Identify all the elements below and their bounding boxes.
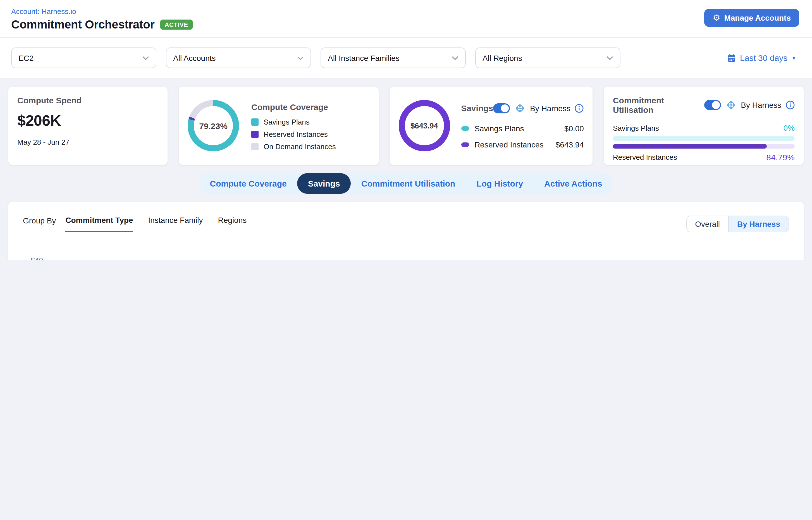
teal-swatch-icon <box>251 118 259 125</box>
manage-accounts-label: Manage Accounts <box>724 14 791 22</box>
purple-swatch-icon <box>251 130 259 138</box>
regions-filter-select[interactable]: All Regions <box>475 48 621 68</box>
view-toggle-overall[interactable]: Overall <box>687 216 728 232</box>
savings-donut-chart: $643.94 <box>398 100 450 151</box>
caret-down-icon: ▼ <box>791 55 796 60</box>
reserved-utilisation-fill <box>613 144 767 149</box>
view-toggle: Overall By Harness <box>686 215 789 232</box>
compute-spend-title: Compute Spend <box>17 96 159 105</box>
compute-spend-value: $206K <box>17 112 159 130</box>
reserved-instances-utilisation-bar <box>613 144 795 149</box>
instance-families-filter-select[interactable]: All Instance Families <box>320 48 466 68</box>
main-tab-bar: Compute Coverage Savings Commitment Util… <box>199 173 613 194</box>
page-title: Commitment Orchestrator <box>11 18 155 31</box>
date-range-value: Last 30 days <box>740 53 787 62</box>
chevron-down-icon <box>606 56 613 60</box>
savings-plans-utilisation-percent: 0% <box>784 124 795 132</box>
harness-logo-icon <box>514 103 525 114</box>
accounts-filter-value: All Accounts <box>173 53 216 62</box>
utilisation-by-harness-toggle[interactable] <box>704 100 721 110</box>
harness-logo-icon <box>725 99 736 111</box>
chevron-down-icon <box>452 56 459 60</box>
tab-log-history[interactable]: Log History <box>466 173 533 194</box>
toggle-knob <box>712 101 719 109</box>
group-tab-instance-family[interactable]: Instance Family <box>148 215 203 232</box>
tab-compute-coverage[interactable]: Compute Coverage <box>199 173 297 194</box>
savings-card: $643.94 Savings <box>389 86 593 165</box>
info-icon[interactable] <box>575 104 584 112</box>
account-breadcrumb-link[interactable]: Account: Harness.io <box>11 7 76 16</box>
manage-accounts-button[interactable]: ⚙ Manage Accounts <box>705 9 799 27</box>
gray-swatch-icon <box>251 143 259 150</box>
reserved-instances-label: Reserved Instances <box>613 153 677 161</box>
group-by-label: Group By <box>23 215 56 225</box>
reserved-instances-amount: $643.94 <box>556 140 584 149</box>
service-filter-value: EC2 <box>19 53 33 62</box>
group-tab-regions[interactable]: Regions <box>218 215 247 232</box>
purple-pill-icon <box>461 142 469 147</box>
compute-coverage-title: Compute Coverage <box>251 102 336 111</box>
legend-item-on-demand: On Demand Instances <box>251 142 336 151</box>
tab-active-actions[interactable]: Active Actions <box>533 173 613 194</box>
by-harness-label: By Harness <box>530 104 571 112</box>
tab-savings[interactable]: Savings <box>297 173 351 194</box>
status-badge: ACTIVE <box>160 20 193 30</box>
date-range-picker[interactable]: Last 30 days ▼ <box>727 53 798 62</box>
legend-item-reserved-instances: Reserved Instances <box>251 130 336 138</box>
content-area: Compute Spend $206K May 28 - Jun 27 79.2… <box>0 78 812 260</box>
page-header: Account: Harness.io Commitment Orchestra… <box>0 0 812 38</box>
info-icon[interactable] <box>786 101 795 109</box>
regions-filter-value: All Regions <box>482 53 522 62</box>
accounts-filter-select[interactable]: All Accounts <box>166 48 311 68</box>
savings-by-harness-toggle[interactable] <box>493 103 510 113</box>
teal-pill-icon <box>461 126 469 130</box>
service-filter-select[interactable]: EC2 <box>11 48 156 68</box>
tab-commitment-utilisation[interactable]: Commitment Utilisation <box>351 173 466 194</box>
commitment-orchestrator-page: Account: Harness.io Commitment Orchestra… <box>0 0 812 260</box>
filter-bar: EC2 All Accounts All Instance Families A… <box>0 38 812 78</box>
savings-title: Savings <box>461 103 493 113</box>
chevron-down-icon <box>297 56 304 60</box>
savings-row-reserved-instances: Reserved Instances $643.94 <box>461 140 584 149</box>
chevron-down-icon <box>142 56 149 60</box>
savings-row-savings-plans: Savings Plans $0.00 <box>461 124 584 133</box>
coverage-donut-chart: 79.23% <box>188 100 239 151</box>
toggle-knob <box>501 104 509 112</box>
group-tab-commitment-type[interactable]: Commitment Type <box>66 215 133 232</box>
commitment-utilisation-title: Commitment Utilisation <box>613 96 704 114</box>
compute-spend-period: May 28 - Jun 27 <box>17 138 159 146</box>
compute-spend-card: Compute Spend $206K May 28 - Jun 27 <box>8 86 168 165</box>
calendar-icon <box>727 53 736 62</box>
y-tick-label: $40 <box>31 256 43 260</box>
gear-icon: ⚙ <box>713 14 721 22</box>
savings-plans-amount: $0.00 <box>564 124 584 133</box>
reserved-utilisation-percent: 84.79% <box>766 153 795 162</box>
by-harness-label: By Harness <box>741 101 781 109</box>
view-toggle-by-harness[interactable]: By Harness <box>728 216 789 232</box>
savings-panel: Group By Commitment Type Instance Family… <box>8 202 804 260</box>
instance-families-filter-value: All Instance Families <box>328 53 399 62</box>
commitment-utilisation-card: Commitment Utilisation By Harness <box>603 86 804 165</box>
legend-item-savings-plans: Savings Plans <box>251 118 336 126</box>
compute-coverage-card: 79.23% Compute Coverage Savings Plans Re… <box>178 86 379 165</box>
summary-cards: Compute Spend $206K May 28 - Jun 27 79.2… <box>8 86 804 165</box>
savings-total-value: $643.94 <box>411 121 438 130</box>
savings-plans-utilisation-bar <box>613 136 795 141</box>
coverage-percent: 79.23% <box>199 121 228 130</box>
savings-plans-label: Savings Plans <box>613 124 659 132</box>
